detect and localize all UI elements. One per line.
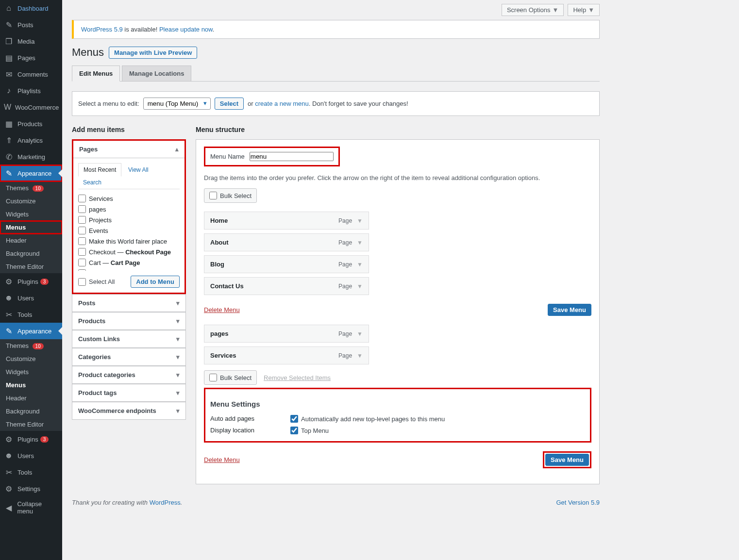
sidebar-item-comments[interactable]: ✉Comments — [0, 66, 62, 82]
submenu-themes[interactable]: Themes 10 — [0, 181, 62, 195]
submenu-widgets[interactable]: Widgets — [0, 365, 62, 379]
delete-menu-link-bottom[interactable]: Delete Menu — [204, 456, 240, 463]
tab-edit-menus[interactable]: Edit Menus — [72, 66, 120, 82]
help-button[interactable]: Help▼ — [568, 4, 600, 16]
woocommerce-icon: W — [4, 102, 11, 112]
wordpress-link[interactable]: WordPress — [150, 499, 181, 506]
accordion-header[interactable]: Products▾ — [72, 313, 185, 329]
page-checkbox[interactable]: Contact Us — [78, 268, 178, 271]
submenu-widgets[interactable]: Widgets — [0, 208, 62, 221]
accordion-posts: Posts▾ — [72, 294, 186, 312]
add-to-menu-button[interactable]: Add to Menu — [131, 276, 180, 288]
select-button[interactable]: Select — [215, 98, 244, 110]
pages-list[interactable]: ServicespagesProjectsEventsMake this Wor… — [78, 193, 180, 271]
submenu-theme-editor[interactable]: Theme Editor — [0, 260, 62, 273]
accordion-header[interactable]: Custom Links▾ — [72, 330, 185, 347]
display-location-checkbox[interactable]: Top Menu — [290, 427, 329, 434]
live-preview-button[interactable]: Manage with Live Preview — [109, 47, 197, 59]
sidebar-item-products[interactable]: ▦Products — [0, 115, 62, 132]
save-menu-button-top[interactable]: Save Menu — [548, 304, 591, 316]
sidebar-item-users[interactable]: ☻Users — [0, 290, 62, 306]
page-checkbox[interactable]: Cart — Cart Page — [78, 257, 178, 268]
chevron-down-icon[interactable]: ▼ — [357, 352, 363, 359]
page-checkbox[interactable]: Checkout — Checkout Page — [78, 247, 178, 257]
analytics-icon: ⇑ — [4, 135, 14, 145]
wordpress-version-link[interactable]: WordPress 5.9 — [81, 26, 123, 33]
submenu-theme-editor[interactable]: Theme Editor — [0, 418, 62, 431]
sidebar-item-plugins[interactable]: ⚙Plugins3 — [0, 273, 62, 290]
submenu-menus[interactable]: Menus — [0, 221, 62, 234]
accordion-header[interactable]: Product tags▾ — [72, 384, 185, 401]
sidebar-item-tools[interactable]: ✂Tools — [0, 464, 62, 480]
menu-name-input[interactable] — [250, 152, 334, 161]
save-menu-button-bottom[interactable]: Save Menu — [545, 454, 589, 466]
sidebar-item-appearance[interactable]: ✎ Appearance — [0, 165, 62, 181]
chevron-down-icon[interactable]: ▼ — [357, 283, 363, 290]
submenu-menus[interactable]: Menus — [0, 379, 62, 392]
select-all-checkbox[interactable]: Select All — [78, 278, 115, 286]
sidebar-item-playlists[interactable]: ♪Playlists — [0, 82, 62, 99]
sidebar-item-analytics[interactable]: ⇑Analytics — [0, 132, 62, 148]
submenu-header[interactable]: Header — [0, 392, 62, 405]
accordion-header[interactable]: WooCommerce endpoints▾ — [72, 402, 185, 419]
menu-item[interactable]: AboutPage▼ — [204, 233, 369, 251]
sidebar-item-appearance-2[interactable]: ✎ Appearance — [0, 323, 62, 339]
bulk-select-top[interactable]: Bulk Select — [204, 188, 257, 203]
submenu-themes[interactable]: Themes 10 — [0, 339, 62, 352]
page-checkbox[interactable]: pages — [78, 204, 178, 214]
pages-accordion-header[interactable]: Pages ▴ — [73, 141, 185, 158]
chevron-down-icon: ▾ — [176, 371, 180, 379]
menu-item[interactable]: HomePage▼ — [204, 212, 369, 230]
menu-item[interactable]: ServicesPage▼ — [204, 346, 369, 364]
submenu-background[interactable]: Background — [0, 247, 62, 260]
count-badge: 3 — [40, 279, 49, 285]
sidebar-item-marketing[interactable]: ✆Marketing — [0, 148, 62, 165]
accordion-header[interactable]: Categories▾ — [72, 348, 185, 365]
submenu-header[interactable]: Header — [0, 234, 62, 247]
screen-options-button[interactable]: Screen Options▼ — [502, 4, 564, 16]
chevron-down-icon[interactable]: ▼ — [357, 239, 363, 246]
accordion-header[interactable]: Posts▾ — [72, 295, 185, 312]
page-checkbox[interactable]: Events — [78, 225, 178, 236]
count-badge: 3 — [40, 436, 49, 443]
sidebar-item-woocommerce[interactable]: WWooCommerce — [0, 99, 62, 115]
create-menu-link[interactable]: create a new menu — [255, 100, 309, 107]
sidebar-collapse[interactable]: ◀ Collapse menu — [0, 497, 62, 518]
sidebar-item-plugins[interactable]: ⚙Plugins3 — [0, 431, 62, 447]
menu-item[interactable]: BlogPage▼ — [204, 255, 369, 273]
tab-search[interactable]: Search — [78, 176, 106, 189]
accordion-header[interactable]: Product categories▾ — [72, 366, 185, 383]
tab-most-recent[interactable]: Most Recent — [78, 163, 121, 177]
submenu-customize[interactable]: Customize — [0, 195, 62, 208]
menu-select[interactable]: menu (Top Menu) — [143, 98, 211, 110]
sidebar-item-users[interactable]: ☻Users — [0, 447, 62, 464]
menu-item[interactable]: Contact UsPage▼ — [204, 277, 369, 295]
chevron-down-icon[interactable]: ▼ — [357, 217, 363, 224]
chevron-down-icon: ▼ — [553, 6, 559, 14]
sidebar-item-posts[interactable]: ✎Posts — [0, 16, 62, 33]
sidebar-item-tools[interactable]: ✂Tools — [0, 306, 62, 323]
page-checkbox[interactable]: Projects — [78, 214, 178, 225]
bulk-select-bottom[interactable]: Bulk Select — [204, 370, 257, 385]
sidebar-item-dashboard[interactable]: ⌂Dashboard — [0, 0, 62, 16]
page-checkbox[interactable]: Services — [78, 193, 178, 204]
menu-item[interactable]: pagesPage▼ — [204, 325, 369, 343]
chevron-down-icon[interactable]: ▼ — [357, 261, 363, 268]
auto-add-checkbox[interactable]: Automatically add new top-level pages to… — [290, 415, 445, 423]
submenu-customize[interactable]: Customize — [0, 352, 62, 365]
chevron-down-icon[interactable]: ▼ — [357, 330, 363, 337]
submenu-background[interactable]: Background — [0, 405, 62, 418]
get-version-link[interactable]: Get Version 5.9 — [556, 499, 600, 506]
update-now-link[interactable]: Please update now — [159, 26, 213, 33]
page-checkbox[interactable]: Make this World fairer place — [78, 236, 178, 247]
chevron-down-icon: ▾ — [176, 317, 180, 325]
sidebar-item-pages[interactable]: ▤Pages — [0, 49, 62, 66]
tab-manage-locations[interactable]: Manage Locations — [122, 66, 191, 81]
tab-view-all[interactable]: View All — [123, 164, 153, 176]
chevron-down-icon: ▾ — [176, 389, 180, 396]
delete-menu-link[interactable]: Delete Menu — [204, 306, 240, 313]
sidebar-item-media[interactable]: ❐Media — [0, 33, 62, 49]
chevron-down-icon: ▾ — [176, 299, 180, 307]
accordion-products: Products▾ — [72, 312, 186, 330]
sidebar-item-settings[interactable]: ⚙Settings — [0, 480, 62, 497]
